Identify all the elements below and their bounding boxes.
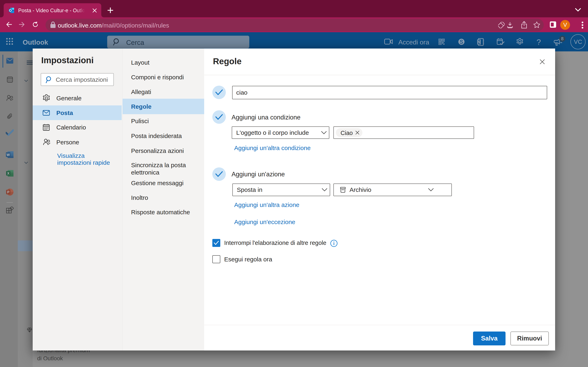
svg-text:X: X: [7, 172, 9, 175]
svg-text:P: P: [7, 191, 9, 194]
svg-text:W: W: [7, 153, 10, 157]
